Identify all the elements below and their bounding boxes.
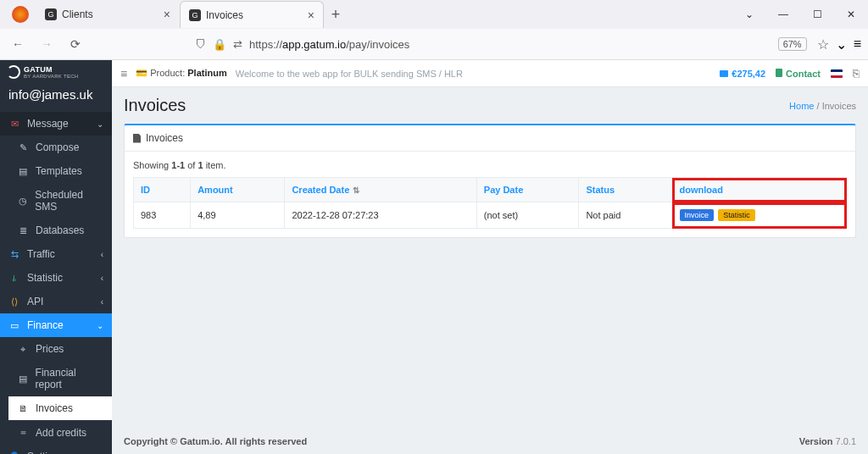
sidebar-item-databases[interactable]: ≣Databases — [8, 219, 112, 242]
sidebar-item-traffic[interactable]: ⇆Traffic‹ — [0, 242, 112, 266]
cell-created: 2022-12-28 07:27:23 — [285, 202, 476, 229]
logout-icon[interactable]: ⎘ — [853, 67, 860, 80]
reload-button[interactable]: ⟳ — [64, 37, 86, 51]
chevron-left-icon: ‹ — [101, 250, 103, 259]
col-created[interactable]: Created Date⇅ — [285, 178, 476, 202]
balance-indicator[interactable]: €275,42 — [720, 69, 765, 79]
sidebar-item-label: Prices — [36, 343, 64, 355]
panel-header: Invoices — [125, 125, 855, 152]
tab-favicon: G — [189, 9, 201, 21]
compose-icon: ✎ — [17, 142, 29, 153]
logo-subtext: BY AARDVARK TECH — [24, 74, 79, 79]
minimize-button[interactable]: — — [766, 8, 800, 20]
wallet-icon: ▭ — [8, 320, 20, 331]
cell-amount: 4,89 — [191, 202, 285, 229]
account-email: info@james.uk — [0, 80, 112, 112]
permissions-icon[interactable]: ⇄ — [233, 38, 242, 51]
sidebar-item-label: Settings — [27, 451, 64, 454]
tab-favicon: G — [45, 8, 57, 20]
sidebar-item-prices[interactable]: ⌖Prices — [8, 337, 112, 361]
cell-id: 983 — [134, 202, 191, 229]
download-invoice-button[interactable]: Invoice — [680, 209, 715, 221]
sidebar-item-message[interactable]: ✉ Message ⌄ — [0, 112, 112, 136]
sidebar-item-label: Finance — [27, 319, 64, 331]
url-host: app.gatum.io — [282, 38, 346, 51]
shield-icon[interactable]: ⛉ — [195, 38, 206, 51]
maximize-button[interactable]: ☐ — [800, 8, 834, 20]
table-row: 983 4,89 2022-12-28 07:27:23 (not set) N… — [134, 202, 847, 229]
templates-icon: ▤ — [17, 166, 29, 177]
document-icon — [133, 134, 141, 143]
sidebar-item-invoices[interactable]: 🗎Invoices — [8, 396, 112, 420]
user-icon: 👤 — [8, 451, 20, 455]
col-download[interactable]: download — [672, 178, 846, 202]
close-window-button[interactable]: ✕ — [834, 8, 868, 20]
col-id[interactable]: ID — [134, 178, 191, 202]
new-tab-button[interactable]: + — [324, 6, 348, 24]
chevron-left-icon: ‹ — [101, 297, 103, 307]
sidebar-item-label: Financial report — [36, 367, 103, 390]
footer: Copyright © Gatum.io. All rights reserve… — [112, 428, 868, 454]
sidebar-item-label: Message — [27, 118, 69, 130]
sidebar-item-label: Statistic — [27, 272, 63, 284]
tab-invoices[interactable]: G Invoices × — [180, 1, 324, 28]
close-icon[interactable]: × — [308, 8, 314, 22]
copyright-text: Copyright © Gatum.io. All rights reserve… — [124, 436, 307, 446]
database-icon: ≣ — [17, 225, 29, 236]
download-statistic-button[interactable]: Statistic — [718, 209, 755, 221]
product-indicator: 💳 Product: Platinum — [136, 68, 227, 79]
url-path: /pay/invoices — [346, 38, 409, 51]
sidebar-item-statistic[interactable]: ⫰Statistic‹ — [0, 266, 112, 290]
sidebar-item-templates[interactable]: ▤Templates — [8, 159, 112, 183]
sidebar-item-finance[interactable]: ▭Finance⌄ — [0, 313, 112, 337]
clock-icon: ◷ — [17, 196, 28, 207]
welcome-text: Welcome to the web app for BULK sending … — [236, 69, 463, 79]
sidebar-toggle-button[interactable]: ≡ — [120, 67, 127, 80]
logo: GATUM BY AARDVARK TECH — [0, 60, 112, 80]
sidebar-item-api[interactable]: ⟨⟩API‹ — [0, 290, 112, 313]
zoom-indicator[interactable]: 67% — [778, 37, 807, 51]
col-paydate[interactable]: Pay Date — [476, 178, 579, 202]
lock-icon[interactable]: 🔒 — [213, 38, 226, 51]
close-icon[interactable]: × — [164, 8, 170, 21]
address-bar[interactable]: https://app.gatum.io/pay/invoices — [249, 38, 409, 51]
sidebar-item-label: Traffic — [27, 248, 55, 260]
language-flag-icon[interactable] — [831, 69, 843, 78]
chevron-down-icon: ⌄ — [97, 119, 103, 129]
panel-title: Invoices — [146, 132, 183, 144]
breadcrumb: Home / Invoices — [789, 101, 856, 111]
table-summary: Showing 1-1 of 1 item. — [133, 160, 847, 170]
url-protocol: https:// — [249, 38, 282, 51]
back-button[interactable]: ← — [7, 37, 29, 51]
traffic-icon: ⇆ — [8, 249, 20, 260]
bookmark-icon[interactable]: ☆ — [817, 36, 829, 53]
invoices-panel: Invoices Showing 1-1 of 1 item. ID Amoun… — [124, 124, 856, 238]
tabs-dropdown-icon[interactable]: ⌄ — [732, 8, 766, 20]
col-status[interactable]: Status — [579, 178, 672, 202]
pocket-icon[interactable]: ⌄ — [836, 36, 847, 53]
tab-label: Invoices — [206, 9, 303, 21]
cell-status: Not paid — [579, 202, 672, 229]
cell-download: Invoice Statistic — [672, 202, 846, 229]
page-title: Invoices — [124, 96, 186, 115]
sidebar-item-scheduled[interactable]: ◷Scheduled SMS — [8, 183, 112, 219]
sidebar-item-add-credits[interactable]: ＝Add credits — [8, 420, 112, 445]
invoices-table: ID Amount Created Date⇅ Pay Date Status … — [133, 177, 847, 229]
contact-link[interactable]: Contact — [776, 69, 821, 79]
breadcrumb-current: Invoices — [822, 101, 856, 111]
sidebar-item-label: Add credits — [36, 427, 86, 439]
col-amount[interactable]: Amount — [191, 178, 285, 202]
breadcrumb-home[interactable]: Home — [789, 101, 814, 111]
sidebar-item-settings[interactable]: 👤Settings‹ — [0, 445, 112, 454]
sidebar-item-label: Scheduled SMS — [35, 189, 103, 213]
forward-button: → — [36, 37, 58, 51]
menu-icon[interactable]: ≡ — [854, 36, 861, 52]
sidebar-item-financial-report[interactable]: ▤Financial report — [8, 361, 112, 396]
sidebar-item-compose[interactable]: ✎Compose — [8, 136, 112, 159]
topbar: ≡ 💳 Product: Platinum Welcome to the web… — [112, 60, 868, 87]
tab-clients[interactable]: G Clients × — [36, 1, 180, 28]
chevron-left-icon: ‹ — [101, 274, 103, 283]
logo-icon — [7, 65, 20, 79]
sidebar-item-label: Databases — [36, 224, 84, 236]
sidebar-item-label: API — [27, 296, 43, 307]
